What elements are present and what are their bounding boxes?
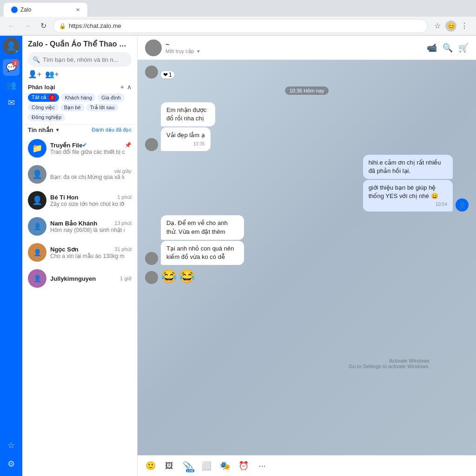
reaction-row: ❤ 1 <box>161 71 174 79</box>
filter-collapse-icon[interactable]: ∧ <box>127 83 132 91</box>
browser-menu-button[interactable]: ⋮ <box>458 20 470 32</box>
chat-name: Nam Bảo Khánh <box>50 220 97 227</box>
chat-info: vài giây Bạn: đa ok chị.Mừng qùa xã luôn… <box>50 168 132 180</box>
browser-tabs: Zalo ✕ <box>0 0 476 17</box>
message-row-with-reaction: ❤ 1 <box>145 66 469 79</box>
address-bar: ← → ↻ 🔒 https://chat.zalo.me ☆ 😊 ⋮ <box>0 17 476 35</box>
search-icon: 🔍 <box>33 56 40 63</box>
chat-name-row: Jullykimnguyen 1 giờ <box>50 275 132 282</box>
sidebar-item-chat[interactable]: 💬 2 <box>3 59 20 76</box>
chat-name-row: Truyền File ✔ 📌 <box>50 142 132 149</box>
video-call-button[interactable]: 📹 <box>427 43 437 53</box>
sidebar-bottom: ☆ ⚙ <box>3 437 20 476</box>
emoji-button[interactable]: 🙂 <box>143 458 158 473</box>
clock-button[interactable]: ⏰ <box>236 458 251 473</box>
tag-dongnghiep[interactable]: Đồng nghiệp <box>28 113 65 121</box>
sidebar-item-star[interactable]: ☆ <box>3 437 20 454</box>
msg-group: hihi.e cảm ơn chị rất nhiều đã phản hồi … <box>303 155 453 212</box>
lock-icon: 🔒 <box>59 23 66 29</box>
user-avatar[interactable]: 👤 <box>3 38 20 54</box>
laugh-emoji: 😂 <box>161 269 177 284</box>
message-row: 😂 😂 <box>145 269 469 284</box>
chat-time: 31 phút <box>114 246 132 252</box>
reload-button[interactable]: ↻ <box>37 20 49 32</box>
chat-time: vài giây <box>114 168 132 174</box>
msg-bubble: Tại anh nhỏ con quá nên kiếm đồ vừa ko c… <box>161 241 244 265</box>
chat-name-row: vài giây <box>50 168 132 174</box>
chat-avatar: 📁 <box>28 139 46 158</box>
chat-info: Ngọc Sơn 31 phút Cho a xin lại mẫu áo 13… <box>50 246 132 259</box>
image-button[interactable]: 🖼 <box>162 458 177 473</box>
browser-top-bar: Zalo ✕ ← → ↻ 🔒 https://chat.zalo.me ☆ 😊 … <box>0 0 476 36</box>
chat-area: ~ Mời truy cập ▼ 📹 🔍 🛒 <box>138 36 476 476</box>
tag-giadinh[interactable]: Gia đình <box>98 93 125 102</box>
msg-group: Em nhận được đồ rồi nha chị Vải đẹp lắm … <box>161 102 251 151</box>
chevron-down-icon[interactable]: ▼ <box>196 49 201 54</box>
forward-button[interactable]: → <box>21 20 33 32</box>
chat-preview: Hôm nay (06/08) là sinh nhật của N... <box>50 227 125 233</box>
list-item[interactable]: 👤 Ngọc Sơn 31 phút Cho a xin lại mẫu áo … <box>22 239 137 265</box>
chat-name: Jullykimnguyen <box>50 275 96 282</box>
chat-avatar: 👤 <box>28 217 46 236</box>
url-bar[interactable]: 🔒 https://chat.zalo.me <box>53 19 428 33</box>
chat-name-row: Nam Bảo Khánh 13 phút <box>50 220 132 227</box>
chat-badge: 2 <box>12 60 19 66</box>
sidebar-item-contacts[interactable]: 👥 <box>3 77 20 93</box>
message-row: hihi.e cảm ơn chị rất nhiều đã phản hồi … <box>145 155 469 212</box>
msg-bubble: Vải đẹp lắm ạ 10:36 <box>161 127 211 151</box>
url-text: https://chat.zalo.me <box>69 22 121 29</box>
filter-actions: + ∧ <box>120 83 132 91</box>
gif-button[interactable]: 🎭 <box>218 458 232 473</box>
list-item[interactable]: 📁 Truyền File ✔ 📌 Trao đổi file giữa các… <box>22 135 137 161</box>
list-item[interactable]: 👤 vài giây Bạn: đa ok chị.Mừng qùa xã lu… <box>22 161 137 187</box>
filter-add-icon[interactable]: + <box>120 83 124 91</box>
tag-khachhang[interactable]: Khách hàng <box>61 93 96 102</box>
chat-preview: Bạn: đa ok chị.Mừng qùa xã luôn 😊 <box>50 174 125 180</box>
browser-profile[interactable]: 😊 <box>445 20 456 32</box>
chat-avatar: 👤 <box>28 165 46 184</box>
search-box[interactable]: 🔍 <box>28 52 132 67</box>
more-options-button[interactable]: 🛒 <box>458 43 469 53</box>
chat-list: 📁 Truyền File ✔ 📌 Trao đổi file giữa các… <box>22 135 137 476</box>
more-toolbar-button[interactable]: ··· <box>255 458 270 473</box>
date-badge: 10:36 Hôm nay <box>285 86 329 95</box>
msg-avatar <box>145 66 158 79</box>
chat-input-area: 🙂 🖼 📎 1GB ⬜ 🎭 ⏰ ··· <box>138 455 476 476</box>
add-friend-icon[interactable]: 👤+ <box>28 70 41 79</box>
chat-time: 13 phút <box>114 220 132 226</box>
chat-header: ~ Mời truy cập ▼ 📹 🔍 🛒 <box>138 36 476 60</box>
chat-info: Nam Bảo Khánh 13 phút Hôm nay (06/08) là… <box>50 220 132 233</box>
list-item[interactable]: 👤 Nam Bảo Khánh 13 phút Hôm nay (06/08) … <box>22 213 137 239</box>
bookmark-button[interactable]: ☆ <box>431 20 443 32</box>
sidebar-item-settings[interactable]: ⚙ <box>3 456 20 472</box>
list-item[interactable]: 👤 Jullykimnguyen 1 giờ <box>22 265 137 291</box>
tab-close-button[interactable]: ✕ <box>76 7 80 13</box>
add-group-icon[interactable]: 👥+ <box>45 70 59 79</box>
message-row: Dạ. Để em về cho anh thử. Vừa em đặt thê… <box>145 215 469 265</box>
chat-contact-name: ~ <box>165 41 201 48</box>
sidebar-item-email[interactable]: ✉ <box>3 94 20 111</box>
back-button[interactable]: ← <box>6 20 18 32</box>
chat-list-header: Zalo - Quần Áo Thể Thao Nam ... 🔍 👤+ 👥+ <box>22 36 137 80</box>
file-button[interactable]: 📎 1GB <box>180 458 195 473</box>
messages-area: ❤ 1 10:36 Hôm nay Em nhận <box>138 60 476 455</box>
filter-title-row: Phân loại + ∧ <box>28 83 132 91</box>
msg-bubble: Dạ. Để em về cho anh thử. Vừa em đặt thê… <box>161 215 244 239</box>
screenshot-button[interactable]: ⬜ <box>199 458 214 473</box>
browser-tab[interactable]: Zalo ✕ <box>4 3 87 17</box>
chat-avatar: 👤 <box>28 191 46 210</box>
chat-preview: Trao đổi file giữa các thiết bị của bạn <box>50 149 125 155</box>
mark-read-button[interactable]: Đánh dấu đã đọc <box>92 127 132 133</box>
tag-banbe[interactable]: Bạn bè <box>60 104 85 112</box>
chat-name-row: Bé Tí Hon 1 phút <box>50 194 132 201</box>
tag-tatca[interactable]: Tất cả 2 <box>28 93 59 102</box>
messages-title: Tin nhắn ▼ <box>28 126 60 133</box>
search-input[interactable] <box>43 56 127 63</box>
search-messages-button[interactable]: 🔍 <box>443 43 453 53</box>
chat-header-actions: 📹 🔍 🛒 <box>427 43 469 53</box>
email-icon: ✉ <box>8 98 15 108</box>
list-item[interactable]: 👤 Bé Tí Hon 1 phút Zây có size lớn hơn c… <box>22 187 137 213</box>
tab-favicon <box>11 7 18 13</box>
tag-congviec[interactable]: Công việc <box>28 104 59 112</box>
tag-traloìsau[interactable]: Trả lời sau <box>86 104 119 112</box>
